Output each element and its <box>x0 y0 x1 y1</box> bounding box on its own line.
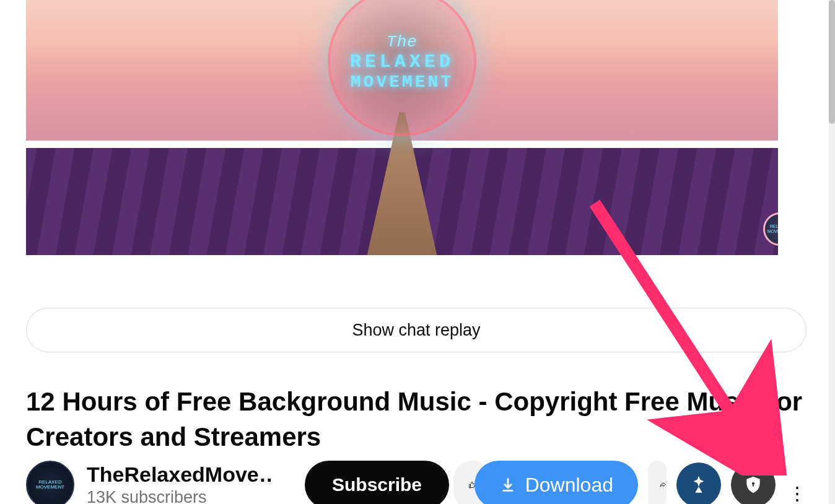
logo-relaxed-text: RELAXED <box>350 51 454 72</box>
action-buttons-row: Download ⋮ <box>453 461 807 504</box>
vertical-scrollbar[interactable] <box>829 0 835 504</box>
avatar-text: RELAXED MOVEMENT <box>27 480 73 491</box>
video-title: 12 Hours of Free Background Music - Copy… <box>26 385 807 454</box>
channel-name[interactable]: TheRelaxedMove… <box>87 463 273 487</box>
logo-the-text: The <box>387 33 418 51</box>
vertical-dots-icon: ⋮ <box>788 483 807 503</box>
video-meta-row: RELAXED MOVEMENT TheRelaxedMove… 13K sub… <box>26 461 807 504</box>
download-button[interactable]: Download <box>474 461 638 504</box>
channel-avatar[interactable]: RELAXED MOVEMENT <box>26 461 74 504</box>
shield-circle-button[interactable] <box>731 463 776 504</box>
download-icon <box>499 476 517 493</box>
scrollbar-thumb[interactable] <box>829 0 835 124</box>
more-actions-button[interactable]: ⋮ <box>785 482 807 504</box>
sparkle-icon <box>688 474 709 495</box>
svg-rect-1 <box>753 484 754 487</box>
subscribe-label: Subscribe <box>332 474 422 495</box>
mini-logo-text: RELAXED MOVEMENT <box>765 224 778 233</box>
channel-info: TheRelaxedMove… 13K subscribers <box>87 463 273 504</box>
chat-replay-label: Show chat replay <box>352 321 480 340</box>
download-label: Download <box>525 474 613 497</box>
logo-movement-text: MOVEMENT <box>351 72 453 92</box>
subscribe-button[interactable]: Subscribe <box>305 461 449 504</box>
show-chat-replay-button[interactable]: Show chat replay <box>26 308 807 352</box>
share-button[interactable] <box>648 461 667 504</box>
shield-lock-icon <box>743 475 763 495</box>
sparkle-circle-button[interactable] <box>676 463 721 504</box>
share-icon <box>659 474 667 495</box>
subscriber-count: 13K subscribers <box>87 488 273 504</box>
video-thumbnail[interactable]: The RELAXED MOVEMENT RELAXED MOVEMENT <box>26 0 778 255</box>
